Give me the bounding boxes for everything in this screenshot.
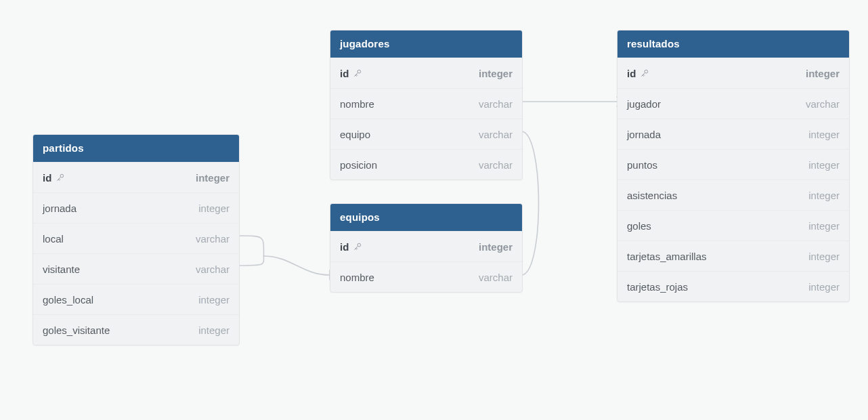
column-name: id xyxy=(340,68,362,79)
column-row[interactable]: goles_localinteger xyxy=(33,284,239,314)
column-type: varchar xyxy=(479,272,513,283)
column-row[interactable]: localvarchar xyxy=(33,223,239,253)
column-row[interactable]: idinteger xyxy=(33,162,239,192)
column-row[interactable]: tarjetas_amarillasinteger xyxy=(617,240,849,271)
column-type: integer xyxy=(479,241,513,253)
column-type: integer xyxy=(806,68,840,79)
column-row[interactable]: asistenciasinteger xyxy=(617,180,849,210)
svg-point-3 xyxy=(645,70,648,73)
table-resultados[interactable]: resultadosidintegerjugadorvarcharjornada… xyxy=(617,30,850,302)
key-icon xyxy=(56,173,65,182)
column-type: integer xyxy=(808,190,840,201)
column-row[interactable]: goles_visitanteinteger xyxy=(33,314,239,345)
key-icon xyxy=(640,68,649,78)
column-type: integer xyxy=(808,220,840,232)
column-row[interactable]: idinteger xyxy=(330,58,522,88)
column-name: jornada xyxy=(43,203,77,214)
column-type: integer xyxy=(198,294,230,306)
column-name: puntos xyxy=(627,159,657,171)
column-row[interactable]: visitantevarchar xyxy=(33,253,239,284)
column-row[interactable]: idinteger xyxy=(330,231,522,261)
column-type: integer xyxy=(198,203,230,214)
column-row[interactable]: posicionvarchar xyxy=(330,149,522,180)
column-row[interactable]: equipovarchar xyxy=(330,119,522,149)
column-type: varchar xyxy=(806,98,840,110)
column-name: jugador xyxy=(627,98,661,110)
column-row[interactable]: tarjetas_rojasinteger xyxy=(617,271,849,301)
column-row[interactable]: jugadorvarchar xyxy=(617,88,849,119)
column-row[interactable]: puntosinteger xyxy=(617,149,849,180)
svg-point-2 xyxy=(357,243,361,247)
column-row[interactable]: jornadainteger xyxy=(617,119,849,149)
column-name: goles_visitante xyxy=(43,324,110,336)
key-icon xyxy=(353,68,362,78)
column-name: tarjetas_rojas xyxy=(627,281,688,293)
column-row[interactable]: idinteger xyxy=(617,58,849,88)
column-type: integer xyxy=(808,281,840,293)
column-row[interactable]: golesinteger xyxy=(617,210,849,240)
table-header: partidos xyxy=(33,135,239,162)
column-name: goles xyxy=(627,220,651,232)
column-name: nombre xyxy=(340,272,374,283)
column-name: equipo xyxy=(340,129,370,140)
column-type: varchar xyxy=(479,98,513,110)
column-type: varchar xyxy=(196,264,230,275)
column-name: visitante xyxy=(43,264,80,275)
column-type: integer xyxy=(808,159,840,171)
column-type: integer xyxy=(479,68,513,79)
erd-canvas: { "tables": [ { "id": "partidos", "title… xyxy=(0,0,868,420)
column-row[interactable]: nombrevarchar xyxy=(330,261,522,292)
column-name: nombre xyxy=(340,98,374,110)
svg-point-0 xyxy=(60,174,64,177)
table-header: equipos xyxy=(330,204,522,231)
column-type: integer xyxy=(198,324,230,336)
column-name: goles_local xyxy=(43,294,93,306)
column-name: id xyxy=(43,172,65,184)
column-type: varchar xyxy=(196,233,230,245)
column-row[interactable]: nombrevarchar xyxy=(330,88,522,119)
column-name: id xyxy=(627,68,649,79)
column-type: varchar xyxy=(479,129,513,140)
column-name: asistencias xyxy=(627,190,677,201)
column-type: integer xyxy=(808,129,840,140)
table-partidos[interactable]: partidosidintegerjornadaintegerlocalvarc… xyxy=(32,134,240,345)
column-name: id xyxy=(340,241,362,253)
table-equipos[interactable]: equiposidintegernombrevarchar xyxy=(330,203,523,293)
table-header: jugadores xyxy=(330,30,522,58)
column-name: jornada xyxy=(627,129,661,140)
table-header: resultados xyxy=(617,30,849,58)
column-type: varchar xyxy=(479,159,513,171)
column-type: integer xyxy=(808,251,840,262)
column-row[interactable]: jornadainteger xyxy=(33,192,239,223)
column-name: local xyxy=(43,233,64,245)
key-icon xyxy=(353,242,362,251)
column-type: integer xyxy=(196,172,230,184)
svg-point-1 xyxy=(357,70,361,73)
column-name: tarjetas_amarillas xyxy=(627,251,707,262)
column-name: posicion xyxy=(340,159,377,171)
table-jugadores[interactable]: jugadoresidintegernombrevarcharequipovar… xyxy=(330,30,523,180)
